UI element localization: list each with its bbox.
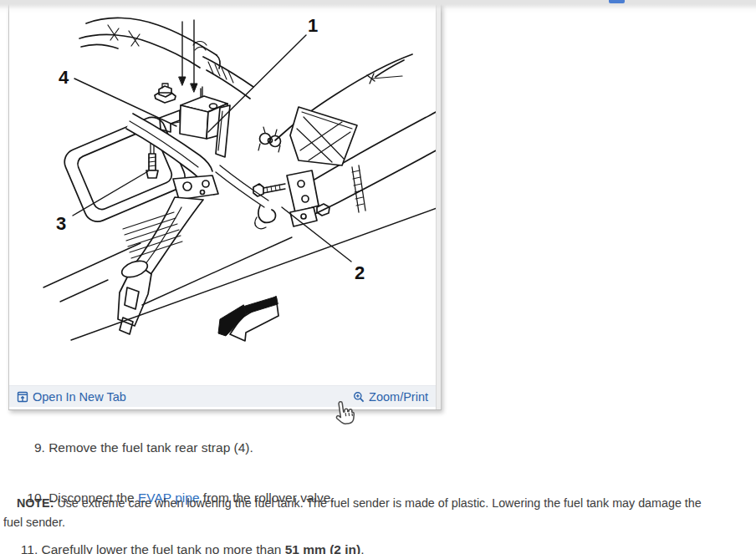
step-text: Remove the fuel tank rear strap (4). <box>45 440 253 455</box>
tab-indicator-fragment <box>609 0 625 3</box>
step-bold-text: 51 mm (2 in) <box>285 542 360 554</box>
callout-2: 2 <box>355 262 365 283</box>
step-text: . <box>360 542 364 554</box>
callout-1: 1 <box>308 15 318 36</box>
callout-4: 4 <box>59 67 69 88</box>
zoom-print-label: Zoom/Print <box>369 390 428 404</box>
zoom-icon <box>353 391 365 403</box>
note-label: NOTE: <box>17 496 54 510</box>
step-9: 9. Remove the fuel tank rear strap (4). <box>3 423 739 473</box>
step-number: 9. <box>25 440 45 456</box>
note-text: Use extreme care when lowering the fuel … <box>3 496 705 529</box>
panel-scrollbar[interactable] <box>436 0 441 409</box>
page: 1 2 3 4 Open In New Tab <box>0 0 756 554</box>
open-in-new-tab-label: Open In New Tab <box>33 390 126 404</box>
fuel-tank-strap-diagram[interactable]: 1 2 3 4 <box>9 7 439 379</box>
viewer-footer-bar: Open In New Tab Zoom/Print <box>9 385 436 407</box>
step-11: 11. Carefully lower the fuel tank no mor… <box>3 525 739 554</box>
step-text: Carefully lower the fuel tank no more th… <box>38 542 285 554</box>
image-viewer-panel: 1 2 3 4 Open In New Tab <box>8 0 442 410</box>
callout-3: 3 <box>56 213 66 234</box>
step-number: 11. <box>18 541 38 554</box>
zoom-print-link[interactable]: Zoom/Print <box>353 390 428 404</box>
open-in-new-tab-icon <box>17 391 28 403</box>
open-in-new-tab-link[interactable]: Open In New Tab <box>17 390 126 404</box>
